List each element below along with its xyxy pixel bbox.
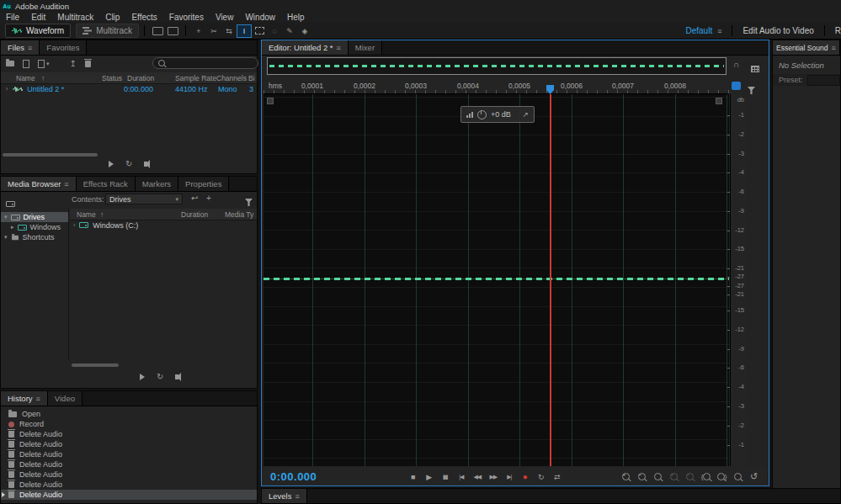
- history-item-open[interactable]: Open: [1, 409, 257, 419]
- editor-display-icon[interactable]: [150, 24, 165, 38]
- col-bit-depth[interactable]: Bi: [248, 74, 255, 82]
- time-selection-tool-icon[interactable]: I: [237, 24, 252, 38]
- col-name[interactable]: Name: [77, 210, 96, 219]
- panel-menu-icon[interactable]: ≡: [337, 44, 341, 52]
- tab-essential-sound[interactable]: Essential Sound ≡: [773, 40, 840, 55]
- tab-history[interactable]: History ≡: [1, 391, 48, 406]
- tab-mixer[interactable]: Mixer: [349, 40, 382, 55]
- waveform-overview[interactable]: [267, 57, 727, 75]
- media-horizontal-scrollbar[interactable]: [72, 363, 119, 367]
- tab-files[interactable]: Files ≡: [1, 40, 40, 55]
- workspace-menu-icon[interactable]: ≡: [717, 27, 721, 35]
- stop-button[interactable]: ■: [405, 471, 421, 483]
- gain-knob-icon[interactable]: [477, 110, 487, 119]
- search-input[interactable]: [152, 57, 258, 69]
- history-item-delete-audio[interactable]: Delete Audio: [1, 459, 257, 470]
- preview-autoplay-icon[interactable]: [144, 162, 147, 167]
- razor-tool-icon[interactable]: ✂: [206, 24, 221, 38]
- skip-selection-button[interactable]: ⇄: [549, 471, 565, 483]
- import-file-icon[interactable]: [23, 60, 29, 68]
- col-duration[interactable]: Duration: [127, 74, 154, 82]
- layout-grid-icon[interactable]: [751, 61, 759, 76]
- chevron-down-icon[interactable]: ▾: [4, 234, 8, 241]
- col-status[interactable]: Status: [102, 74, 122, 82]
- history-item-delete-audio[interactable]: Delete Audio: [1, 480, 257, 490]
- add-shortcut-icon[interactable]: +: [206, 194, 211, 203]
- pause-button[interactable]: ▮▮: [437, 471, 453, 483]
- waveform-view-button[interactable]: Waveform: [5, 24, 71, 38]
- playhead-line[interactable]: [550, 94, 551, 466]
- hud-pin-icon[interactable]: ↗: [522, 110, 529, 119]
- preview-autoplay-icon[interactable]: [175, 374, 178, 379]
- menu-file[interactable]: File: [0, 13, 25, 22]
- spot-healing-brush-tool-icon[interactable]: ◈: [297, 24, 312, 38]
- paintbrush-selection-tool-icon[interactable]: ✎: [282, 24, 297, 38]
- col-sample-rate[interactable]: Sample Rate: [175, 74, 216, 82]
- media-row-windows-c[interactable]: › Windows (C:): [70, 220, 257, 231]
- tab-media-browser[interactable]: Media Browser ≡: [1, 177, 77, 191]
- rewind-button[interactable]: ◀◀: [469, 471, 485, 483]
- record-button[interactable]: ●: [517, 471, 533, 483]
- multitrack-view-button[interactable]: Multitrack: [76, 24, 139, 38]
- col-media-type[interactable]: Media Ty: [225, 210, 253, 219]
- tab-levels[interactable]: Levels ≡: [262, 489, 307, 503]
- panel-menu-icon[interactable]: ≡: [295, 492, 299, 501]
- waveform-canvas[interactable]: +0 dB ↗: [263, 94, 729, 466]
- expand-icon[interactable]: ›: [6, 86, 8, 92]
- zoom-selection-in-point-button[interactable]: {: [698, 471, 714, 483]
- back-icon[interactable]: ↩: [191, 194, 198, 203]
- open-file-icon[interactable]: [6, 61, 14, 66]
- menu-window[interactable]: Window: [239, 13, 281, 22]
- history-item-delete-audio[interactable]: Delete Audio: [1, 429, 257, 439]
- slip-tool-icon[interactable]: ⇆: [221, 24, 237, 38]
- insert-into-multitrack-icon[interactable]: ↥: [70, 59, 77, 68]
- tab-properties[interactable]: Properties: [178, 177, 229, 191]
- history-item-delete-audio[interactable]: Delete Audio: [1, 449, 257, 459]
- panel-menu-icon[interactable]: ≡: [64, 180, 68, 188]
- history-item-delete-audio[interactable]: Delete Audio: [1, 470, 257, 480]
- panel-menu-icon[interactable]: ≡: [28, 44, 32, 52]
- clipped-right-button[interactable]: R: [835, 26, 841, 35]
- tab-video[interactable]: Video: [48, 391, 83, 406]
- reset-zoom-button[interactable]: ↺: [746, 471, 762, 483]
- lasso-selection-tool-icon[interactable]: ◌: [267, 24, 282, 38]
- preview-play-icon[interactable]: [109, 161, 114, 167]
- snap-magnet-icon[interactable]: ∩: [733, 61, 739, 69]
- tree-item-windows[interactable]: ▸ Windows: [1, 222, 68, 232]
- col-name[interactable]: Name: [16, 74, 35, 82]
- workspace-selector[interactable]: Default: [685, 26, 712, 35]
- timeline-ruler[interactable]: hms 0,0001 0,0002 0,0003 0,0004 0,0005 0…: [263, 80, 729, 94]
- delete-file-icon[interactable]: [85, 61, 91, 67]
- panel-menu-icon[interactable]: ≡: [831, 44, 835, 52]
- tab-favorites[interactable]: Favorites: [40, 40, 87, 55]
- menu-view[interactable]: View: [210, 13, 240, 22]
- zoom-full-button[interactable]: [730, 471, 746, 483]
- preview-loop-icon[interactable]: ↻: [157, 373, 163, 381]
- file-row[interactable]: › Untitled 2 * 0:00.000 44100 Hz Mono 3: [1, 83, 257, 94]
- chevron-right-icon[interactable]: ▸: [11, 224, 14, 231]
- skip-to-end-button[interactable]: ▶|: [501, 471, 517, 483]
- menu-effects[interactable]: Effects: [125, 13, 162, 22]
- menu-help[interactable]: Help: [281, 13, 311, 22]
- tree-item-drives[interactable]: ▾ Drives: [1, 212, 68, 222]
- amplitude-scale[interactable]: db -1 -2 -3 -4 -6 -9 -12 -15 -21 -27 -27…: [730, 94, 747, 466]
- zoom-to-selection-button[interactable]: [650, 471, 666, 483]
- history-item-record[interactable]: Record: [1, 419, 257, 429]
- zoom-out-time-button[interactable]: −: [634, 471, 650, 483]
- zoom-in-amplitude-button[interactable]: +: [666, 471, 682, 483]
- playhead-handle[interactable]: [546, 85, 554, 94]
- zoom-selection-out-point-button[interactable]: }: [714, 471, 730, 483]
- loop-playback-button[interactable]: ↻: [533, 471, 549, 483]
- preview-play-icon[interactable]: [140, 374, 145, 380]
- expand-icon[interactable]: ›: [73, 222, 75, 228]
- move-tool-icon[interactable]: +: [191, 24, 206, 38]
- files-horizontal-scrollbar[interactable]: [3, 153, 98, 157]
- history-item-delete-audio[interactable]: Delete Audio: [1, 439, 257, 449]
- menu-multitrack[interactable]: Multitrack: [51, 13, 99, 22]
- tree-item-shortcuts[interactable]: ▾ Shortcuts: [1, 232, 68, 242]
- scale-options-icon[interactable]: [732, 82, 741, 90]
- panel-menu-icon[interactable]: ≡: [36, 395, 40, 403]
- time-display[interactable]: 0:00.000: [270, 470, 317, 483]
- tab-effects-rack[interactable]: Effects Rack: [77, 177, 136, 191]
- marquee-selection-tool-icon[interactable]: [252, 24, 267, 38]
